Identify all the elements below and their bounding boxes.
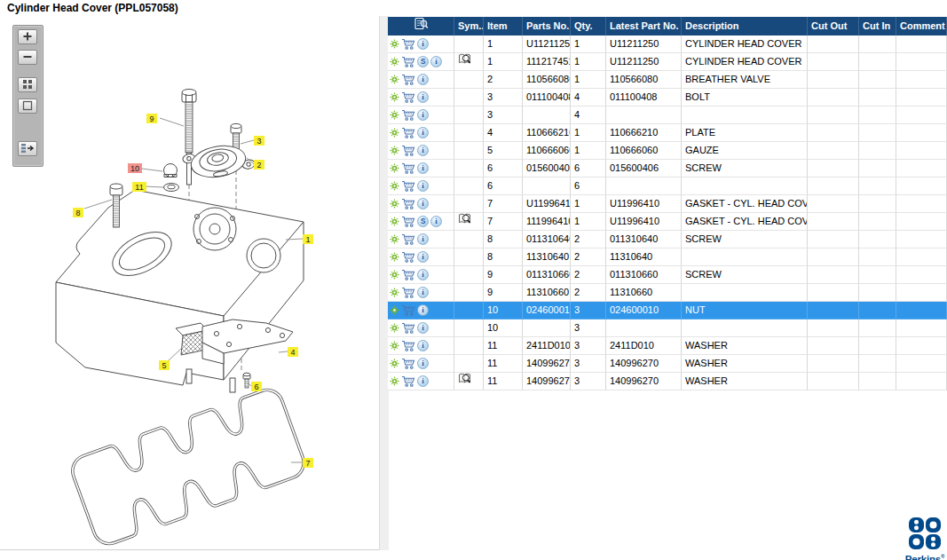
info-icon[interactable]: i [417,162,429,174]
table-row[interactable]: i66 [388,177,947,195]
column-header-parts[interactable]: Parts No. [523,17,571,35]
export-list-button[interactable] [18,141,37,156]
gear-icon[interactable] [390,359,399,368]
info-icon[interactable]: i [417,322,429,334]
gear-icon[interactable] [390,57,399,67]
column-header-cutout[interactable]: Cut Out [808,17,859,35]
info-icon[interactable]: i [417,74,429,85]
fit-view-button[interactable] [18,99,37,114]
info-icon[interactable]: i [430,56,442,67]
info-icon[interactable]: i [417,304,429,316]
gear-icon[interactable] [390,341,399,351]
table-row[interactable]: i112411D01032411D010WASHER [388,337,947,355]
column-header-desc[interactable]: Description [682,17,808,35]
gear-icon[interactable] [390,270,399,280]
info-icon[interactable]: i [417,127,429,138]
zoom-out-button[interactable] [18,50,37,65]
cart-icon[interactable] [401,162,415,174]
table-row[interactable]: i7U119964101U11996410GASKET - CYL. HEAD … [388,195,947,213]
table-row[interactable]: i51106660601110666060GAUZE [388,142,947,160]
cart-icon[interactable] [401,322,415,334]
column-header-qty[interactable]: Qty. [571,17,606,35]
illustration-icon[interactable] [458,373,472,390]
table-row[interactable]: Si71119964101U11996410GASKET - CYL. HEAD… [388,213,947,231]
table-row[interactable]: i30111004084011100408BOLT [388,89,947,106]
gear-icon[interactable] [390,128,399,138]
table-row[interactable]: i911310660211310660 [388,284,947,302]
info-icon[interactable]: i [417,340,429,351]
gear-icon[interactable] [390,217,399,226]
cart-icon[interactable] [401,74,415,85]
column-header-sym[interactable]: Sym... [454,17,484,35]
cart-icon[interactable] [401,198,415,209]
cart-icon[interactable] [401,358,415,369]
info-icon[interactable]: i [417,233,429,245]
column-header-actions[interactable] [388,17,454,35]
gear-icon[interactable] [390,92,399,102]
info-icon[interactable]: i [417,375,429,387]
gear-icon[interactable] [390,181,399,191]
info-icon[interactable]: i [417,109,429,121]
zoom-in-button[interactable] [18,29,37,44]
gear-icon[interactable] [390,75,399,84]
info-icon[interactable]: i [417,198,429,209]
gear-icon[interactable] [390,252,399,262]
table-row[interactable]: i811310640211310640 [388,248,947,266]
column-header-item[interactable]: Item [484,17,523,35]
column-header-cutin[interactable]: Cut In [859,17,896,35]
cart-icon[interactable] [401,216,415,227]
cart-icon[interactable] [401,251,415,263]
cart-icon[interactable] [401,287,415,298]
cart-icon[interactable] [401,180,415,192]
illustration-icon[interactable] [458,53,472,70]
table-row[interactable]: i111409962703140996270WASHER [388,373,947,390]
cart-icon[interactable] [401,304,415,316]
cart-icon[interactable] [401,91,415,103]
gear-icon[interactable] [390,163,399,173]
gear-icon[interactable] [390,199,399,209]
table-row[interactable]: i1U112112501U11211250CYLINDER HEAD COVER [388,35,947,53]
gear-icon[interactable] [390,376,399,386]
gear-icon[interactable] [390,110,399,120]
gear-icon[interactable] [390,39,399,49]
info-icon[interactable]: i [417,91,429,103]
info-icon[interactable]: i [417,269,429,280]
info-icon[interactable]: i [417,38,429,50]
info-icon[interactable]: i [417,251,429,263]
table-row[interactable]: i111409962703140996270WASHER [388,355,947,373]
illustration-icon[interactable] [458,213,472,230]
cart-icon[interactable] [401,109,415,121]
cart-icon[interactable] [401,233,415,245]
s-icon[interactable]: S [417,56,429,67]
cart-icon[interactable] [401,145,415,156]
cart-icon[interactable] [401,375,415,387]
gear-icon[interactable] [390,146,399,155]
table-row[interactable]: i21105660801110566080BREATHER VALVE [388,71,947,89]
table-row[interactable]: i60156004066015600406SCREW [388,160,947,177]
gear-icon[interactable] [390,305,399,315]
tile-view-button[interactable] [18,77,37,92]
cart-icon[interactable] [401,38,415,50]
info-icon[interactable]: i [417,180,429,192]
table-row[interactable]: Si11112174511U11211250CYLINDER HEAD COVE… [388,53,947,71]
info-icon[interactable]: i [417,287,429,298]
table-row[interactable]: i34 [388,106,947,124]
s-icon[interactable]: S [417,216,429,227]
table-row[interactable]: i41106662101110666210PLATE [388,124,947,142]
column-header-latest[interactable]: Latest Part No. [606,17,682,35]
column-header-comment[interactable]: Comment [896,17,947,35]
info-icon[interactable]: i [417,145,429,156]
gear-icon[interactable] [390,288,399,297]
cart-icon[interactable] [401,56,415,67]
table-row[interactable]: i80113106402011310640SCREW [388,231,947,248]
cart-icon[interactable] [401,269,415,280]
table-row[interactable]: i103 [388,319,947,337]
table-row[interactable]: i90113106602011310660SCREW [388,266,947,284]
cart-icon[interactable] [401,127,415,138]
cart-icon[interactable] [401,340,415,351]
table-row[interactable]: i100246000103024600010NUT [388,302,947,319]
gear-icon[interactable] [390,234,399,244]
info-icon[interactable]: i [430,216,442,227]
info-icon[interactable]: i [417,358,429,369]
gear-icon[interactable] [390,323,399,333]
